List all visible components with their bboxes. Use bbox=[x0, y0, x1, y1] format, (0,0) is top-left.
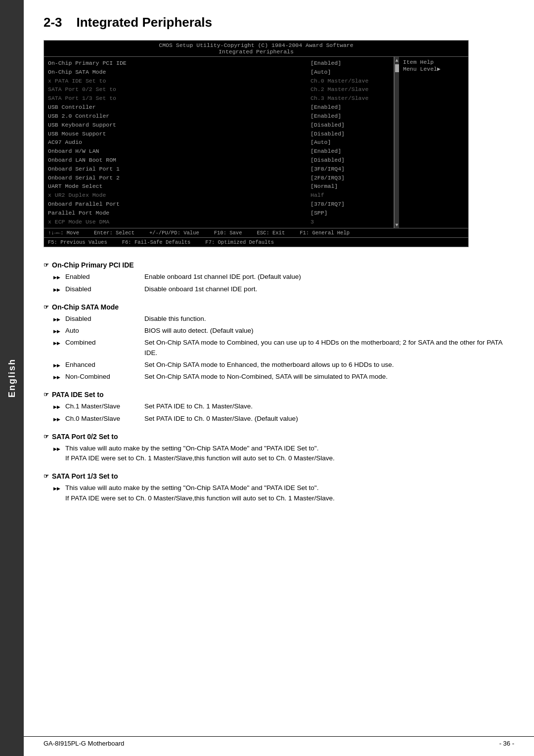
bios-row-value: Ch.0 Master/Slave bbox=[311, 77, 390, 86]
option-bullet bbox=[53, 484, 63, 492]
scroll-up-arrow: ▲ bbox=[395, 58, 398, 63]
page-title-number: 2-3 bbox=[44, 15, 62, 30]
option-name: Combined bbox=[65, 338, 144, 348]
option-bullet bbox=[53, 414, 63, 423]
option-bullet bbox=[53, 272, 63, 281]
option-row: Combined Set On-Chip SATA mode to Combin… bbox=[53, 338, 514, 358]
bios-row-value: [378/IRQ7] bbox=[311, 200, 390, 209]
bios-row-label: Onboard LAN Boot ROM bbox=[48, 156, 311, 165]
bios-row-label: Onboard H/W LAN bbox=[48, 147, 311, 156]
section-title: SATA Port 0/2 Set to bbox=[52, 433, 118, 441]
bios-row-label: USB 2.0 Controller bbox=[48, 112, 311, 121]
option-bullet bbox=[53, 285, 63, 294]
bios-row: SATA Port 1/3 Set toCh.3 Master/Slave bbox=[48, 94, 390, 103]
bios-footer-f10: F10: Save bbox=[214, 230, 242, 236]
bios-row-value: [3F8/IRQ4] bbox=[311, 165, 390, 174]
bios-row: USB 2.0 Controller[Enabled] bbox=[48, 112, 390, 121]
scroll-down-arrow: ▼ bbox=[395, 222, 398, 228]
bios-row-value: [Disabled] bbox=[311, 121, 390, 130]
bios-footer-f1: F1: General Help bbox=[300, 230, 350, 236]
option-name: Disabled bbox=[65, 284, 144, 294]
bios-header-line1: CMOS Setup Utility-Copyright (C) 1984-20… bbox=[44, 42, 468, 48]
option-list-sata-1-3: This value will auto make by the setting… bbox=[53, 483, 514, 503]
bios-row-label: Onboard Parallel Port bbox=[48, 200, 311, 209]
section-on-chip-sata-mode: ☞ On-Chip SATA Mode Disabled Disable thi… bbox=[44, 303, 514, 382]
bios-row-value: [SPP] bbox=[311, 209, 390, 218]
bios-row-value: [Enabled] bbox=[311, 147, 390, 156]
option-desc: Set On-Chip SATA mode to Enhanced, the m… bbox=[144, 360, 514, 370]
bios-body: On-Chip Primary PCI IDE[Enabled] On-Chip… bbox=[44, 57, 468, 228]
bios-footer-f7: F7: Optimized Defaults bbox=[205, 239, 274, 245]
option-desc: Disable onboard 1st channel IDE port. bbox=[144, 284, 514, 294]
option-desc: Set On-Chip SATA mode to Non-Combined, S… bbox=[144, 372, 514, 382]
bios-row-label: Parallel Port Mode bbox=[48, 209, 311, 218]
main-content: 2-3 Integrated Peripherals CMOS Setup Ut… bbox=[24, 0, 534, 527]
bios-footer-row1: ↑↓→←: Move Enter: Select +/-/PU/PD: Valu… bbox=[48, 230, 350, 236]
option-bullet bbox=[53, 338, 63, 347]
bios-row: AC97 Audio[Auto] bbox=[48, 138, 390, 147]
bios-row: Onboard Parallel Port[378/IRQ7] bbox=[48, 200, 390, 209]
bios-row-value: [Enabled] bbox=[311, 59, 390, 68]
bios-row-value: [2F8/IRQ3] bbox=[311, 174, 390, 182]
section-title: On-Chip Primary PCI IDE bbox=[52, 261, 134, 269]
section-icon: ☞ bbox=[44, 262, 49, 268]
bios-screenshot: CMOS Setup Utility-Copyright (C) 1984-20… bbox=[44, 40, 469, 247]
bios-row: x PATA IDE Set toCh.0 Master/Slave bbox=[48, 77, 390, 86]
option-desc: Set On-Chip SATA mode to Combined, you c… bbox=[144, 338, 514, 358]
bios-row-label: x PATA IDE Set to bbox=[48, 77, 311, 86]
option-list-on-chip-sata: Disabled Disable this function. Auto BIO… bbox=[53, 314, 514, 382]
section-pata-ide-set-to: ☞ PATA IDE Set to Ch.1 Master/Slave Set … bbox=[44, 391, 514, 424]
bios-row-value: [Enabled] bbox=[311, 103, 390, 112]
bios-row: Onboard H/W LAN[Enabled] bbox=[48, 147, 390, 156]
bios-menu-level: Menu Level▶ bbox=[403, 65, 464, 72]
bios-row: USB Keyboard Support[Disabled] bbox=[48, 121, 390, 130]
option-desc: Set PATA IDE to Ch. 0 Master/Slave. (Def… bbox=[144, 414, 514, 424]
option-bullet bbox=[53, 372, 63, 381]
sidebar-label: English bbox=[7, 358, 17, 398]
option-name: Enhanced bbox=[65, 360, 144, 370]
sidebar: English bbox=[0, 0, 24, 756]
option-bullet bbox=[53, 402, 63, 411]
page-title-text: Integrated Peripherals bbox=[76, 15, 212, 30]
option-bullet bbox=[53, 444, 63, 453]
option-name: Enabled bbox=[65, 272, 144, 282]
bios-row: x UR2 Duplex ModeHalf bbox=[48, 191, 390, 200]
bios-item-help: Item Help bbox=[403, 59, 464, 65]
section-title: PATA IDE Set to bbox=[52, 391, 103, 399]
section-title: On-Chip SATA Mode bbox=[52, 303, 119, 311]
bios-row-label: UART Mode Select bbox=[48, 182, 311, 191]
option-row: Disabled Disable this function. bbox=[53, 314, 514, 324]
section-icon: ☞ bbox=[44, 473, 49, 480]
option-desc: Disable this function. bbox=[144, 314, 514, 324]
bios-row-label: Onboard Serial Port 1 bbox=[48, 165, 311, 174]
section-heading-pata-ide: ☞ PATA IDE Set to bbox=[44, 391, 514, 399]
bios-row-value: Half bbox=[311, 191, 390, 200]
section-heading-on-chip-primary-pci-ide: ☞ On-Chip Primary PCI IDE bbox=[44, 261, 514, 269]
option-name: Non-Combined bbox=[65, 372, 144, 382]
option-row: This value will auto make by the setting… bbox=[53, 483, 514, 503]
section-heading-sata-1-3: ☞ SATA Port 1/3 Set to bbox=[44, 472, 514, 480]
bios-help-panel: Item Help Menu Level▶ bbox=[399, 57, 468, 228]
option-list-pata-ide: Ch.1 Master/Slave Set PATA IDE to Ch. 1 … bbox=[53, 401, 514, 424]
bios-row: Parallel Port Mode[SPP] bbox=[48, 209, 390, 218]
bios-row: Onboard LAN Boot ROM[Disabled] bbox=[48, 156, 390, 165]
bios-row: USB Controller[Enabled] bbox=[48, 103, 390, 112]
bios-row-label: USB Controller bbox=[48, 103, 311, 112]
section-on-chip-primary-pci-ide: ☞ On-Chip Primary PCI IDE Enabled Enable… bbox=[44, 261, 514, 294]
bios-footer-value: +/-/PU/PD: Value bbox=[149, 230, 199, 236]
bios-header: CMOS Setup Utility-Copyright (C) 1984-20… bbox=[44, 41, 468, 57]
option-name: Disabled bbox=[65, 314, 144, 324]
bios-row: UART Mode Select[Normal] bbox=[48, 182, 390, 191]
bios-row: SATA Port 0/2 Set toCh.2 Master/Slave bbox=[48, 85, 390, 94]
bios-row-value: [Enabled] bbox=[311, 112, 390, 121]
footer-left: GA-8I915PL-G Motherboard bbox=[44, 740, 124, 747]
bios-footer-row2: F5: Previous Values F6: Fail-Safe Defaul… bbox=[48, 239, 274, 245]
bios-row-value: Ch.3 Master/Slave bbox=[311, 94, 390, 103]
option-desc: This value will auto make by the setting… bbox=[65, 483, 514, 503]
option-row: Enhanced Set On-Chip SATA mode to Enhanc… bbox=[53, 360, 514, 370]
bios-row-label: SATA Port 1/3 Set to bbox=[48, 94, 311, 103]
option-bullet bbox=[53, 360, 63, 369]
bios-footer-f5: F5: Previous Values bbox=[48, 239, 107, 245]
option-row: Ch.1 Master/Slave Set PATA IDE to Ch. 1 … bbox=[53, 401, 514, 411]
bios-footer-move: ↑↓→←: Move bbox=[48, 230, 79, 236]
